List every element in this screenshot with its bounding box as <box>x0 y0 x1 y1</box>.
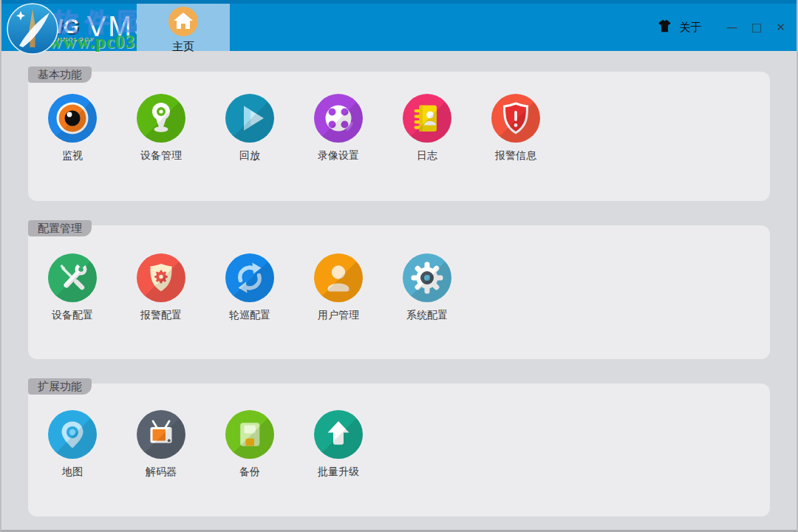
company-logo-icon <box>5 1 60 56</box>
app-label: 备份 <box>239 466 260 479</box>
device-config-icon <box>48 253 97 302</box>
minimize-button[interactable]: — <box>726 22 737 33</box>
app-alarm-info[interactable]: 报警信息 <box>471 94 560 163</box>
app-batch-upgrade[interactable]: 批量升级 <box>294 410 383 479</box>
app-label: 监视 <box>62 149 83 163</box>
section-title: 配置管理 <box>28 220 92 236</box>
main-content: 基本功能 监视 <box>1 51 797 530</box>
app-label: 设备管理 <box>140 149 182 163</box>
app-label: 用户管理 <box>318 309 359 322</box>
backup-icon <box>225 410 274 459</box>
app-decoder[interactable]: 解码器 <box>117 410 205 479</box>
app-playback[interactable]: 回放 <box>205 94 294 163</box>
app-label: 解码器 <box>146 466 177 479</box>
app-label: 录像设置 <box>318 149 359 163</box>
app-log[interactable]: 日志 <box>383 94 471 163</box>
app-label: 回放 <box>239 149 260 163</box>
tab-home[interactable]: 主页 <box>137 4 230 51</box>
app-label: 批量升级 <box>318 466 359 479</box>
app-user-management[interactable]: 用户管理 <box>294 253 383 322</box>
section-panel: 地图 解码器 <box>28 383 770 516</box>
close-button[interactable]: ✕ <box>776 22 785 33</box>
app-map[interactable]: 地图 <box>28 410 117 479</box>
alarm-info-icon <box>491 94 540 143</box>
maximize-button[interactable]: □ <box>751 22 762 33</box>
tab-home-label: 主页 <box>172 40 194 54</box>
app-monitor[interactable]: 监视 <box>28 94 117 163</box>
titlebar: ENG TECHNOLOGY VMS 软件园 www.pc0359.cn 主页 <box>1 0 797 51</box>
device-management-icon <box>137 94 185 143</box>
decoder-icon <box>137 410 185 459</box>
playback-icon <box>225 94 274 143</box>
app-system-config[interactable]: 系统配置 <box>383 253 471 322</box>
app-device-management[interactable]: 设备管理 <box>117 94 205 163</box>
system-config-icon <box>403 253 451 302</box>
app-label: 轮巡配置 <box>229 309 270 322</box>
app-backup[interactable]: 备份 <box>205 410 294 479</box>
app-device-config[interactable]: 设备配置 <box>28 253 117 322</box>
section-panel: 设备配置 <box>28 225 770 359</box>
app-tour-config[interactable]: 轮巡配置 <box>205 253 294 322</box>
app-label: 设备配置 <box>52 309 93 322</box>
section-panel: 监视 设备管理 <box>28 72 770 201</box>
app-label: 地图 <box>62 466 83 479</box>
monitor-icon <box>48 94 97 143</box>
app-label: 报警信息 <box>495 149 536 163</box>
app-label: 日志 <box>417 149 437 163</box>
section-extended-functions: 扩展功能 地图 <box>28 378 770 516</box>
section-title: 扩展功能 <box>28 378 92 395</box>
about-label: 关于 <box>679 21 701 35</box>
section-title: 基本功能 <box>28 66 92 83</box>
window-controls: — □ ✕ <box>726 22 785 33</box>
record-settings-icon <box>314 94 363 143</box>
tour-config-icon <box>225 253 274 302</box>
map-icon <box>48 410 97 459</box>
app-label: 系统配置 <box>406 309 448 322</box>
app-alarm-config[interactable]: 报警配置 <box>117 253 205 322</box>
section-config-management: 配置管理 <box>28 220 770 359</box>
app-window: ENG TECHNOLOGY VMS 软件园 www.pc0359.cn 主页 <box>0 0 798 532</box>
home-icon <box>168 7 198 39</box>
log-icon <box>403 94 451 143</box>
app-label: 报警配置 <box>140 309 182 322</box>
tshirt-icon <box>657 19 672 36</box>
batch-upgrade-icon <box>314 410 363 459</box>
section-basic-functions: 基本功能 监视 <box>28 66 770 201</box>
user-management-icon <box>314 253 363 302</box>
about-button[interactable]: 关于 <box>657 19 701 36</box>
app-record-settings[interactable]: 录像设置 <box>294 94 383 163</box>
alarm-config-icon <box>137 253 185 302</box>
